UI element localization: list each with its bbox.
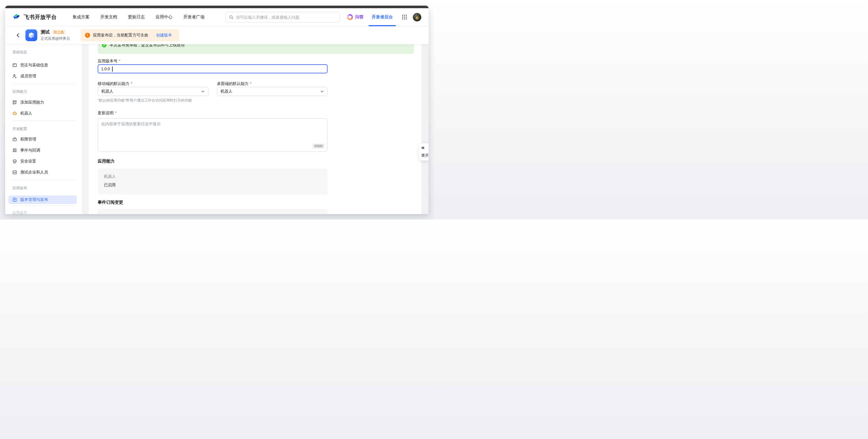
capability-status: 已启用 (104, 182, 116, 188)
warning-text: 应用发布后，当前配置方可生效 (93, 33, 148, 38)
qa-ring-icon (347, 14, 353, 20)
briefcase-lock-icon (12, 137, 17, 142)
status-badge: 待上线 (52, 30, 65, 35)
user-add-icon (12, 74, 17, 78)
chevron-down-icon (320, 90, 324, 93)
check-circle-icon (102, 44, 107, 48)
expand-drawer-tab[interactable]: « 展开 (419, 143, 429, 161)
code-icon (12, 170, 17, 175)
sidebar-item-credentials[interactable]: 凭证与基础信息 (8, 61, 77, 69)
menu-item-app-center[interactable]: 应用中心 (156, 14, 173, 20)
capability-name: 机器人 (104, 174, 116, 179)
publish-icon (12, 198, 17, 202)
publish-warning-banner: ! 应用发布后，当前配置方可生效 创建版本 (81, 29, 179, 41)
main-content: 本次发布免审核，提交发布后即可上线使用 应用版本号 移动端的默认能力 机器人 桌… (89, 44, 422, 214)
body-row: 基础信息 凭证与基础信息 成员管理 应用能力 (5, 44, 429, 214)
app-name: 测试 (41, 29, 50, 35)
brand[interactable]: 飞书开放平台 (12, 13, 57, 21)
text-caret (112, 67, 113, 72)
sidebar-item-add-capability[interactable]: 添加应用能力 (8, 98, 77, 107)
desktop-capability-label: 桌面端的默认能力 (217, 81, 251, 86)
sidebar-item-test-company[interactable]: 测试企业和人员 (8, 168, 77, 177)
events-summary-box (98, 209, 328, 214)
qa-label: 问答 (355, 14, 364, 20)
version-field[interactable] (98, 64, 328, 73)
sidebar-item-bot[interactable]: 机器人 (8, 109, 77, 117)
capability-summary-box: 机器人 已启用 (98, 168, 328, 194)
success-banner: 本次发布免审核，提交发布后即可上线使用 (98, 44, 414, 54)
user-avatar[interactable] (413, 13, 421, 22)
sidebar-content-gutter (82, 44, 89, 214)
top-navbar: 飞书开放平台 集成方案 开发文档 更新日志 应用中心 开发者广场 问答 开发者后… (5, 8, 429, 26)
grid-add-icon (12, 100, 17, 105)
back-button[interactable] (15, 32, 22, 39)
menu-item-changelog[interactable]: 更新日志 (128, 14, 145, 20)
shield-check-icon (12, 159, 17, 164)
qa-link[interactable]: 问答 (347, 14, 364, 20)
menu-item-developer-market[interactable]: 开发者广场 (183, 14, 205, 20)
sidebar-item-security[interactable]: 安全设置 (8, 157, 77, 166)
menu-item-docs[interactable]: 开发文档 (100, 14, 117, 20)
double-chevron-left-icon: « (421, 144, 425, 151)
mobile-capability-label: 移动端的默认能力 (98, 81, 132, 86)
search-icon (229, 15, 234, 20)
sidebar-item-version-management[interactable]: 版本管理与发布 (8, 196, 77, 204)
sidebar-item-members[interactable]: 成员管理 (8, 72, 77, 80)
collapsed-drawer-strip (422, 44, 429, 214)
top-menu: 集成方案 开发文档 更新日志 应用中心 开发者广场 (72, 14, 205, 20)
event-callback-icon (12, 148, 17, 153)
id-card-icon (12, 63, 17, 67)
char-counter: 0/500 (312, 144, 325, 149)
cube-icon (28, 32, 35, 39)
version-input[interactable] (101, 67, 118, 71)
release-notes-textarea[interactable] (98, 119, 327, 151)
expand-label: 展开 (421, 153, 429, 158)
mobile-capability-select[interactable]: 机器人 (98, 87, 208, 96)
sidebar-item-permissions[interactable]: 权限管理 (8, 135, 77, 144)
capability-heading: 应用能力 (98, 159, 115, 164)
sidebar: 基础信息 凭证与基础信息 成员管理 应用能力 (5, 44, 82, 214)
sidebar-section-capabilities: 应用能力 (12, 89, 27, 94)
success-banner-text: 本次发布免审核，提交发布后即可上线使用 (110, 44, 185, 48)
default-capability-hint: “默认的应用功能”即用户通过工作台访问应用时打开的功能 (98, 98, 192, 103)
grid-dots-icon (402, 14, 407, 20)
brand-name: 飞书开放平台 (24, 13, 57, 21)
sidebar-divider (12, 121, 76, 121)
chevron-down-icon (201, 90, 205, 93)
sidebar-divider (12, 180, 76, 180)
chevron-left-icon (16, 33, 21, 38)
developer-console-tab[interactable]: 开发者后台 (372, 8, 393, 26)
sidebar-divider (12, 83, 76, 84)
robot-icon (12, 111, 17, 116)
sidebar-section-monitoring: 运营监控 (12, 210, 27, 214)
app-icon (25, 29, 37, 41)
app-title-block: 测试 待上线 正式应用@环界云 (41, 29, 70, 41)
search-input[interactable] (236, 15, 336, 20)
window-titlebar (5, 6, 429, 8)
release-notes-label: 更新说明 (98, 111, 116, 116)
sidebar-divider (12, 205, 76, 206)
sidebar-item-events-callbacks[interactable]: 事件与回调 (8, 146, 77, 155)
sidebar-section-basic-info: 基础信息 (12, 49, 27, 55)
warning-icon: ! (85, 33, 90, 38)
menu-item-integrations[interactable]: 集成方案 (72, 14, 90, 20)
desktop-capability-select[interactable]: 机器人 (217, 87, 328, 96)
sidebar-section-release: 应用发布 (12, 185, 27, 191)
browser-window: 飞书开放平台 集成方案 开发文档 更新日志 应用中心 开发者广场 问答 开发者后… (5, 6, 429, 214)
app-launcher-button[interactable] (402, 14, 407, 20)
global-search[interactable] (225, 12, 340, 23)
app-header: 测试 待上线 正式应用@环界云 ! 应用发布后，当前配置方可生效 创建版本 (5, 26, 429, 44)
events-heading: 事件订阅变更 (98, 200, 123, 205)
version-label: 应用版本号 (98, 59, 120, 64)
sidebar-section-dev-config: 开发配置 (12, 126, 27, 132)
create-version-link[interactable]: 创建版本 (156, 33, 172, 38)
app-subtitle: 正式应用@环界云 (41, 36, 70, 41)
release-notes-field[interactable]: 0/500 (98, 118, 328, 151)
feishu-logo-icon (12, 13, 21, 21)
